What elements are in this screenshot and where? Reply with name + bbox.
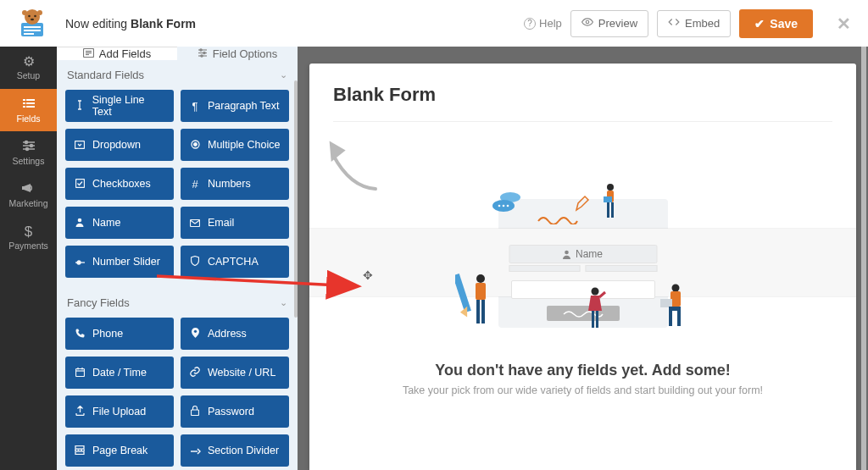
close-button[interactable]: ✕ [837,14,851,34]
main: ⚙ Setup Fields Settings Marketing $ Paym… [0,47,868,470]
help-button[interactable]: ? Help [524,17,562,30]
page-break-icon [74,445,86,457]
app-logo [8,0,55,47]
field-address[interactable]: Address [181,318,289,350]
tab-field-options[interactable]: Field Options [177,47,298,60]
embed-button[interactable]: Embed [657,10,731,37]
field-phone[interactable]: Phone [65,318,174,350]
svg-rect-72 [596,311,598,328]
rail-fields[interactable]: Fields [0,89,57,131]
field-label: Email [208,217,234,229]
preview-scrollbar[interactable] [861,47,866,470]
dropdown-icon [74,139,86,152]
rail-payments[interactable]: $ Payments [0,216,57,258]
svg-rect-44 [75,368,84,376]
person-sitting-icon [652,282,694,329]
field-captcha[interactable]: CAPTCHA [181,246,289,278]
svg-rect-24 [22,186,24,190]
sliders-icon [22,140,36,154]
rail-settings[interactable]: Settings [0,131,57,174]
person-wave-icon [582,286,608,333]
field-label: Checkboxes [92,178,151,190]
svg-point-39 [78,218,82,222]
svg-rect-17 [26,106,35,108]
svg-point-58 [607,184,614,191]
field-single-line-text[interactable]: Single Line Text [65,90,174,122]
field-label: Phone [92,328,123,340]
field-datetime[interactable]: Date / Time [65,357,174,389]
svg-line-73 [599,292,605,297]
section-standard-fields[interactable]: Standard Fields ⌄ [57,60,298,90]
text-cursor-icon [74,100,86,113]
svg-rect-1 [24,26,41,28]
empty-state: You don't have any fields yet. Add some!… [309,362,856,396]
svg-point-74 [672,285,680,292]
field-section-divider[interactable]: Section Divider [181,434,289,467]
rail-settings-label: Settings [13,156,45,166]
help-icon: ? [524,18,536,30]
save-button[interactable]: ✔ Save [739,9,813,38]
radio-icon [189,139,201,152]
svg-point-42 [77,261,81,264]
svg-rect-61 [607,202,609,218]
embed-label: Embed [685,17,720,30]
svg-rect-15 [26,102,35,104]
svg-point-56 [503,205,505,207]
field-password[interactable]: Password [181,395,289,428]
gear-icon: ⚙ [23,55,35,69]
form-canvas[interactable]: Blank Form [309,64,856,470]
svg-point-43 [193,329,196,332]
rail-setup-label: Setup [17,70,40,80]
svg-point-33 [203,52,205,53]
field-name[interactable]: Name [65,207,174,239]
field-checkboxes[interactable]: Checkboxes [65,168,174,200]
svg-point-21 [25,141,27,143]
field-label: Paragraph Text [208,100,280,112]
shield-icon [189,256,201,268]
fancy-fields-grid: Phone Address Date / Time Website / URL … [57,318,298,470]
svg-point-7 [31,18,34,20]
field-label: Address [208,328,247,340]
svg-point-37 [193,142,197,146]
hash-icon: # [189,178,201,191]
rail-marketing[interactable]: Marketing [0,174,57,216]
code-icon [668,16,680,30]
svg-point-6 [34,14,36,17]
field-dropdown[interactable]: Dropdown [65,129,174,161]
paragraph-icon: ¶ [189,100,201,113]
svg-rect-77 [669,307,681,311]
map-pin-icon [189,328,201,340]
upload-icon [74,406,86,418]
field-paragraph-text[interactable]: ¶Paragraph Text [181,90,289,122]
form-title: Blank Form [333,84,832,106]
wpforms-logo-icon [16,8,48,40]
svg-rect-76 [660,299,672,307]
svg-rect-3 [24,33,34,35]
field-numbers[interactable]: #Numbers [181,168,289,200]
field-website[interactable]: Website / URL [181,357,289,389]
field-number-slider[interactable]: Number Slider [65,246,174,278]
chevron-down-icon: ⌄ [280,69,287,80]
field-email[interactable]: Email [181,207,289,239]
editing-form-name: Blank Form [131,17,196,30]
tab-add-fields[interactable]: Add Fields [57,47,177,60]
preview-button[interactable]: Preview [570,10,648,37]
field-label: Multiple Choice [208,139,280,151]
field-page-break[interactable]: Page Break [65,434,174,467]
field-file-upload[interactable]: File Upload [65,395,174,428]
person-pencil-icon [455,272,498,329]
svg-point-23 [25,147,28,150]
editing-label: Now editing Blank Form [65,17,196,30]
field-label: Single Line Text [92,94,165,118]
squiggle-icon [537,214,579,224]
panel-tabs: Add Fields Field Options [57,47,298,60]
svg-point-55 [498,205,501,207]
svg-rect-67 [481,300,485,323]
rail-setup[interactable]: ⚙ Setup [0,47,57,89]
user-icon [74,217,86,229]
svg-rect-14 [23,102,25,104]
section-fancy-fields[interactable]: Fancy Fields ⌄ [57,288,298,318]
field-multiple-choice[interactable]: Multiple Choice [181,129,289,161]
svg-rect-66 [476,300,480,323]
svg-rect-2 [24,30,41,31]
